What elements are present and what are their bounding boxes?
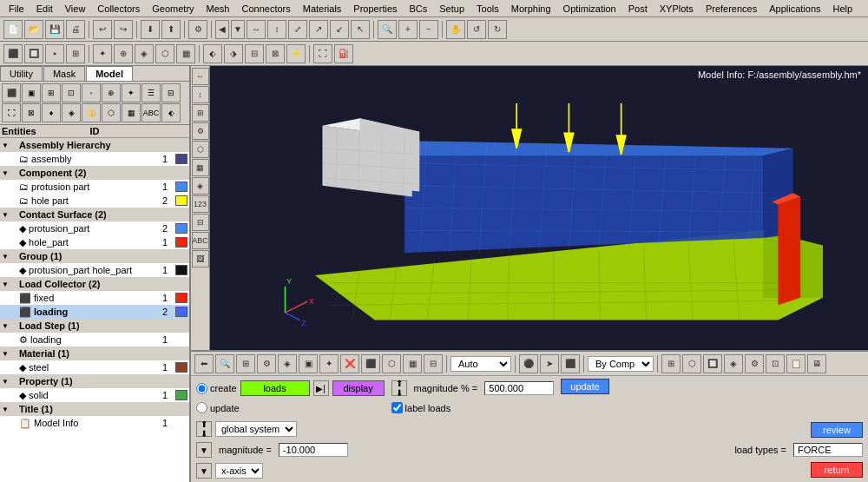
btm-btn-4[interactable]: ⚙ (257, 354, 276, 373)
tb2-4[interactable]: ⊞ (66, 44, 85, 63)
tb2-2[interactable]: 🔲 (24, 44, 43, 63)
tab-utility[interactable]: Utility (0, 66, 43, 81)
menu-connectors[interactable]: Connectors (236, 3, 295, 15)
sub-btn-15[interactable]: ⬡ (102, 103, 121, 122)
btm-btn-8[interactable]: ❌ (340, 354, 359, 373)
options-btn[interactable]: ⚙ (188, 20, 207, 39)
loads-arrow[interactable]: ▶| (313, 380, 329, 396)
tree-item-assembly[interactable]: 🗂 assembly 1 (0, 152, 189, 166)
menu-materials[interactable]: Materials (298, 3, 347, 15)
btm-btn-3[interactable]: ⊞ (236, 354, 255, 373)
sub-btn-5[interactable]: ◦ (82, 83, 101, 102)
return-button[interactable]: return (811, 462, 863, 478)
sub-btn-14[interactable]: 🔱 (82, 103, 101, 122)
menu-optimization[interactable]: Optimization (558, 3, 621, 15)
btm-btn-2[interactable]: 🔍 (215, 354, 234, 373)
tree-item-hole-part[interactable]: 🗂 hole part 2 (0, 194, 189, 208)
export-btn[interactable]: ⬆ (161, 20, 181, 39)
menu-file[interactable]: File (3, 3, 30, 15)
vt-btn-1[interactable]: ↔ (192, 68, 209, 85)
vt-btn-7[interactable]: ◈ (192, 177, 209, 195)
menu-help[interactable]: Help (828, 3, 858, 15)
sub-btn-7[interactable]: ✦ (122, 83, 141, 102)
update-radio-label[interactable]: update (196, 402, 240, 413)
x-axis-dropdown[interactable]: x-axis (215, 463, 263, 479)
btm-btn-11[interactable]: ▦ (403, 354, 422, 373)
btm-btn-arrow[interactable]: ➤ (540, 354, 559, 373)
vt-btn-11[interactable]: 🖼 (192, 250, 209, 267)
auto-dropdown[interactable]: Auto (450, 356, 511, 372)
sub-btn-6[interactable]: ⊕ (102, 83, 121, 102)
sub-btn-18[interactable]: ⬖ (161, 103, 181, 122)
btm-btn-5[interactable]: ◈ (278, 354, 297, 373)
tree-item-steel[interactable]: ◆ steel 1 (0, 360, 189, 374)
tb2-7[interactable]: ◈ (135, 44, 154, 63)
vt-btn-4[interactable]: ⚙ (192, 122, 209, 140)
btm-btn-10[interactable]: ⬡ (382, 354, 401, 373)
view7[interactable]: ↙ (330, 20, 349, 39)
view8[interactable]: ↖ (351, 20, 370, 39)
sub-btn-16[interactable]: ▦ (122, 103, 141, 122)
tab-model[interactable]: Model (86, 66, 133, 81)
tree-section-material[interactable]: ▼ Material (1) (0, 347, 189, 360)
save-btn[interactable]: 💾 (45, 20, 64, 39)
create-radio-label[interactable]: create (196, 383, 237, 394)
sub-btn-9[interactable]: ⊟ (161, 83, 181, 102)
vt-btn-9[interactable]: ⊟ (192, 214, 209, 231)
undo-btn[interactable]: ↩ (93, 20, 112, 39)
load-types-input[interactable] (793, 443, 863, 457)
global-spin[interactable]: ⬆⬇ (196, 421, 212, 437)
update-button[interactable]: update (561, 379, 609, 394)
tb2-3[interactable]: ▪ (45, 44, 64, 63)
tree-item-contact-protusion[interactable]: ◆ protusion_part 2 (0, 221, 189, 235)
btm-btn-6[interactable]: ▣ (299, 354, 318, 373)
btm-btn-9[interactable]: ⬛ (361, 354, 380, 373)
sub-btn-2[interactable]: ▣ (22, 83, 41, 102)
vt-btn-6[interactable]: ▦ (192, 159, 209, 176)
menu-xyplots[interactable]: XYPlots (654, 3, 699, 15)
menu-properties[interactable]: Properties (348, 3, 402, 15)
btm-btn-12[interactable]: ⊟ (424, 354, 443, 373)
tree-section-property[interactable]: ▼ Property (1) (0, 374, 189, 388)
import-btn[interactable]: ⬇ (141, 20, 160, 39)
tab-mask[interactable]: Mask (43, 66, 85, 81)
btm-btn-cube5[interactable]: ⚙ (745, 354, 764, 373)
view3[interactable]: ↔ (247, 20, 266, 39)
menu-edit[interactable]: Edit (31, 3, 58, 15)
zoom-fit[interactable]: 🔍 (378, 20, 397, 39)
btm-btn-cube4[interactable]: ◈ (724, 354, 743, 373)
tree-item-loading[interactable]: ⬛ loading 2 (0, 305, 189, 319)
tree-item-model-info[interactable]: 📋 Model Info 1 (0, 416, 189, 430)
tb2-14[interactable]: ⚡ (286, 44, 306, 63)
tree-item-loading-step[interactable]: ⚙ loading 1 (0, 333, 189, 347)
new-btn[interactable]: 📄 (3, 20, 23, 39)
sub-btn-13[interactable]: ◈ (62, 103, 81, 122)
btm-btn-7[interactable]: ✦ (319, 354, 339, 373)
menu-bcs[interactable]: BCs (404, 3, 433, 15)
x-axis-arrow[interactable]: ▼ (196, 463, 212, 479)
review-button[interactable]: review (811, 422, 863, 438)
tb2-13[interactable]: ⊠ (266, 44, 285, 63)
loads-btn[interactable]: loads (240, 380, 310, 396)
magnitude-eq-input[interactable] (279, 443, 348, 457)
create-radio[interactable] (196, 383, 207, 394)
vt-btn-2[interactable]: ↕ (192, 86, 209, 103)
tree-section-loadstep[interactable]: ▼ Load Step (1) (0, 319, 189, 333)
label-loads-checkbox[interactable] (391, 402, 403, 413)
zoom-out[interactable]: − (419, 20, 438, 39)
mag-spin[interactable]: ⬆⬇ (391, 380, 407, 396)
display-btn[interactable]: display (332, 380, 385, 396)
mag-eq-arrow[interactable]: ▼ (196, 442, 212, 458)
tree-item-contact-hole[interactable]: ◆ hole_part 1 (0, 235, 189, 249)
tb2-16[interactable]: ⛽ (334, 44, 353, 63)
btm-btn-cube2[interactable]: ⬡ (682, 354, 701, 373)
btm-btn-box[interactable]: ⬛ (561, 354, 580, 373)
vt-btn-3[interactable]: ⊞ (192, 104, 209, 122)
zoom-in[interactable]: + (398, 20, 418, 39)
tb2-12[interactable]: ⊟ (245, 44, 264, 63)
menu-geometry[interactable]: Geometry (147, 3, 199, 15)
tb2-5[interactable]: ✦ (93, 44, 112, 63)
tree-item-solid[interactable]: ◆ solid 1 (0, 388, 189, 402)
rotate-btn[interactable]: ↺ (467, 20, 486, 39)
sub-btn-12[interactable]: ♦ (42, 103, 61, 122)
